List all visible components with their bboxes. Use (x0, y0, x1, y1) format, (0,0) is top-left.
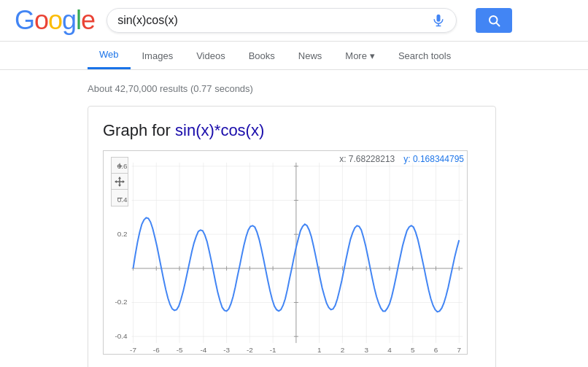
svg-text:-5: -5 (177, 346, 183, 354)
svg-text:-2: -2 (247, 346, 253, 354)
svg-text:-3: -3 (223, 346, 230, 354)
tab-more[interactable]: More ▾ (333, 43, 387, 69)
logo-e: e (81, 5, 95, 35)
svg-text:1: 1 (317, 346, 322, 354)
chevron-down-icon: ▾ (370, 50, 375, 61)
svg-text:3: 3 (364, 346, 368, 354)
header: Google (0, 0, 588, 42)
mic-icon[interactable] (431, 13, 446, 28)
graph-formula-link[interactable]: sin(x)*cos(x) (175, 121, 264, 139)
svg-text:-0.4: -0.4 (115, 332, 128, 340)
graph-svg: 0.6 0.4 0.2 -0.2 -0.4 -7 -6 -5 -4 -3 -2 … (104, 151, 467, 354)
tab-search-tools[interactable]: Search tools (387, 43, 463, 69)
logo: Google (15, 7, 95, 34)
svg-text:2: 2 (341, 346, 345, 354)
search-input[interactable] (117, 14, 425, 27)
graph-card: Graph for sin(x)*cos(x) x: 7.68228213 y:… (88, 106, 496, 367)
graph-container: x: 7.68228213 y: 0.168344795 + − (103, 150, 468, 355)
tab-images[interactable]: Images (131, 43, 185, 69)
results-area: About 42,70,000 results (0.77 seconds) G… (0, 70, 588, 367)
svg-text:-7: -7 (130, 346, 136, 354)
tab-web[interactable]: Web (88, 42, 131, 69)
svg-text:7: 7 (457, 346, 462, 354)
tab-books[interactable]: Books (237, 43, 287, 69)
svg-text:4: 4 (387, 346, 392, 354)
logo-o1: o (34, 5, 48, 35)
svg-line-4 (497, 23, 500, 26)
svg-rect-0 (437, 15, 441, 22)
logo-o2: o (48, 5, 62, 35)
logo-g2: g (62, 5, 76, 35)
logo-g: G (15, 5, 34, 35)
tab-videos[interactable]: Videos (185, 43, 237, 69)
graph-title-prefix: Graph for (103, 121, 175, 139)
svg-text:0.4: 0.4 (117, 196, 128, 204)
svg-text:0.6: 0.6 (117, 162, 128, 170)
logo-text: Google (15, 7, 95, 34)
tab-news[interactable]: News (287, 43, 334, 69)
nav-tabs: Web Images Videos Books News More ▾ Sear… (0, 42, 588, 70)
svg-text:0.2: 0.2 (117, 230, 128, 238)
svg-text:-4: -4 (200, 346, 206, 354)
search-button[interactable] (476, 8, 512, 33)
graph-title: Graph for sin(x)*cos(x) (103, 121, 481, 140)
results-count: About 42,70,000 results (0.77 seconds) (88, 83, 500, 94)
svg-text:5: 5 (411, 346, 415, 354)
tab-more-label: More (345, 50, 367, 61)
svg-text:-6: -6 (153, 346, 160, 354)
svg-text:-0.2: -0.2 (115, 298, 128, 306)
search-box (107, 8, 457, 33)
svg-text:-1: -1 (270, 346, 276, 354)
svg-text:6: 6 (434, 346, 438, 354)
